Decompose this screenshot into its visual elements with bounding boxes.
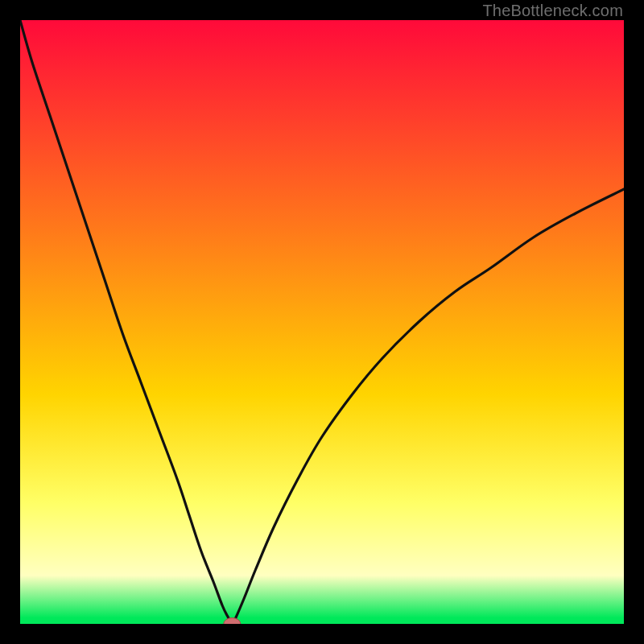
chart-frame: [20, 20, 624, 624]
gradient-background: [20, 20, 624, 624]
watermark-text: TheBottleneck.com: [482, 2, 623, 20]
bottleneck-chart: [20, 20, 624, 624]
